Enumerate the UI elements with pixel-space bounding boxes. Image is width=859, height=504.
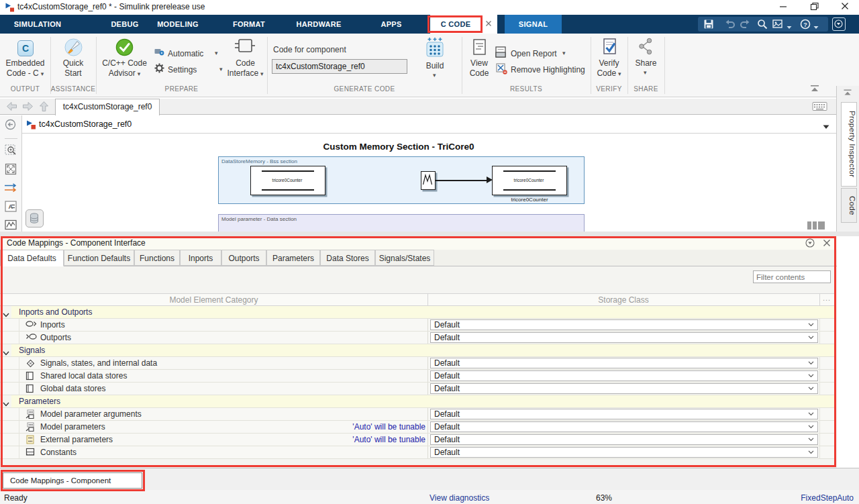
forward-icon[interactable] [22, 101, 34, 113]
tab-functions[interactable]: Functions [134, 250, 180, 266]
tab-inports[interactable]: Inports [180, 250, 221, 266]
tab-data-stores[interactable]: Data Stores [320, 250, 375, 266]
signal-source-block[interactable] [421, 171, 436, 190]
tab-signals-states[interactable]: Signals/States [375, 250, 434, 266]
row-inports[interactable]: Inports Default [0, 319, 834, 332]
hide-explorer-icon[interactable] [5, 119, 16, 132]
collapse-group-icon[interactable] [3, 310, 9, 319]
data-store-memory-block[interactable]: tricore0Counter [250, 166, 325, 195]
component-name-input[interactable] [272, 59, 407, 74]
undo-icon[interactable] [723, 19, 736, 32]
tab-property-inspector[interactable]: Property Inspector [841, 102, 857, 187]
tab-simulation[interactable]: SIMULATION [9, 15, 66, 34]
collapse-group-icon[interactable] [3, 399, 9, 409]
storage-class-select[interactable]: Default [430, 383, 818, 394]
storage-class-select[interactable]: Default [430, 434, 818, 445]
back-icon[interactable] [6, 101, 17, 113]
tab-c-code[interactable]: C CODE [430, 15, 481, 34]
horizontal-splitter[interactable] [0, 232, 859, 236]
search-icon[interactable] [757, 19, 768, 32]
restore-button[interactable] [804, 2, 824, 13]
model-canvas[interactable]: Custom Memory Section - TriCore0 DataSto… [23, 134, 836, 232]
help-dropdown-icon[interactable] [813, 22, 819, 32]
tab-format[interactable]: FORMAT [225, 15, 272, 34]
data-section-region[interactable]: Model parameter - Data section [218, 214, 585, 232]
group-row-parameters[interactable]: Parameters [0, 395, 834, 408]
tab-function-defaults[interactable]: Function Defaults [64, 250, 134, 266]
storage-class-select[interactable]: Default [430, 319, 818, 330]
zoom-region-icon[interactable] [5, 144, 17, 159]
code-advisor-icon[interactable] [115, 38, 134, 58]
row-constants[interactable]: Constants Default [0, 446, 834, 459]
storage-class-select[interactable]: Default [430, 447, 818, 458]
tab-data-defaults[interactable]: Data Defaults [0, 250, 64, 266]
code-mappings-minimized-button[interactable]: Code Mappings - Component Interface [3, 472, 142, 489]
data-store-write-block[interactable]: tricore0Counter [492, 166, 567, 195]
code-advisor-button[interactable]: C/C++ Code [96, 58, 153, 68]
verify-code-icon[interactable] [601, 38, 618, 58]
tab-modeling[interactable]: MODELING [152, 15, 204, 34]
tab-debug[interactable]: DEBUG [101, 15, 149, 34]
tab-apps[interactable]: APPS [373, 15, 409, 34]
column-storage-class[interactable]: Storage Class [427, 295, 819, 305]
storage-class-select[interactable]: Default [430, 358, 818, 368]
model-document-tab[interactable]: tc4xCustomStorage_ref0 [55, 99, 160, 115]
breadcrumb-dropdown-icon[interactable] [823, 122, 829, 132]
storage-class-select[interactable]: Default [430, 370, 818, 381]
storage-class-select[interactable]: Default [430, 332, 818, 343]
embedded-code-icon[interactable]: C [17, 40, 34, 56]
help-icon[interactable]: ? [800, 19, 811, 32]
embedded-code-button[interactable]: Embedded [0, 58, 50, 68]
code-interface-icon[interactable] [234, 38, 256, 58]
settings-dropdown[interactable]: Settings [168, 65, 197, 74]
row-shared-local-data-stores[interactable]: Shared local data stores Default [0, 370, 834, 383]
code-interface-button[interactable]: Code [220, 58, 270, 68]
breadcrumb[interactable]: tc4xCustomStorage_ref0 [39, 115, 132, 134]
close-c-code-tab-icon[interactable] [484, 19, 493, 30]
filter-contents-input[interactable] [753, 270, 831, 283]
view-code-button[interactable]: View [464, 58, 494, 68]
collapse-panel-icon[interactable] [843, 89, 852, 98]
remove-highlighting-button[interactable]: Remove Highlighting [511, 65, 585, 74]
solver-label[interactable]: FixedStepAuto [772, 493, 854, 503]
export-dropdown-icon[interactable] [787, 22, 792, 32]
minimize-toolstrip-icon[interactable] [832, 17, 846, 31]
group-row-signals[interactable]: Signals [0, 344, 834, 357]
up-icon[interactable] [39, 101, 49, 114]
verify-code-button[interactable]: Verify [591, 58, 627, 68]
quick-start-icon[interactable] [64, 38, 83, 58]
row-global-data-stores[interactable]: Global data stores Default [0, 383, 834, 395]
keyboard-icon[interactable] [812, 101, 827, 113]
view-diagnostics-link[interactable]: View diagnostics [430, 493, 489, 503]
panel-minimize-icon[interactable] [805, 238, 815, 250]
tab-outports[interactable]: Outports [221, 250, 266, 266]
tab-code[interactable]: Code [841, 188, 857, 223]
open-report-dropdown[interactable]: Open Report [511, 49, 557, 58]
column-model-element-category[interactable]: Model Element Category [0, 295, 427, 305]
quick-start-button[interactable]: Quick [50, 58, 96, 68]
tab-hardware[interactable]: HARDWARE [293, 15, 345, 34]
storage-class-select[interactable]: Default [430, 421, 818, 432]
collapse-ribbon-icon[interactable] [809, 85, 820, 95]
collapse-group-icon[interactable] [3, 348, 9, 358]
tab-signal[interactable]: SIGNAL [505, 15, 562, 34]
view-code-icon[interactable] [472, 38, 487, 58]
automatic-dropdown[interactable]: Automatic [168, 49, 203, 58]
storage-class-select[interactable]: Default [430, 409, 818, 419]
group-row-inports-outports[interactable]: Inports and Outports [0, 306, 834, 319]
row-model-parameters[interactable]: Model parameters 'Auto' will be tunable … [0, 421, 834, 434]
row-outports[interactable]: Outports Default [0, 332, 834, 344]
fit-to-view-icon[interactable] [5, 163, 17, 177]
build-button[interactable]: Build [416, 61, 454, 70]
share-button[interactable]: Share [627, 58, 664, 68]
export-image-icon[interactable] [772, 19, 784, 31]
column-more[interactable]: ... [819, 294, 834, 302]
share-icon[interactable] [638, 38, 654, 58]
save-icon[interactable] [703, 19, 714, 32]
row-signals-states[interactable]: Signals, states, and internal data Defau… [0, 357, 834, 370]
redo-icon[interactable] [740, 19, 752, 32]
panel-close-icon[interactable] [823, 239, 831, 249]
canvas-handle[interactable] [807, 221, 811, 230]
close-button[interactable] [835, 2, 855, 12]
build-icon[interactable] [425, 37, 444, 60]
